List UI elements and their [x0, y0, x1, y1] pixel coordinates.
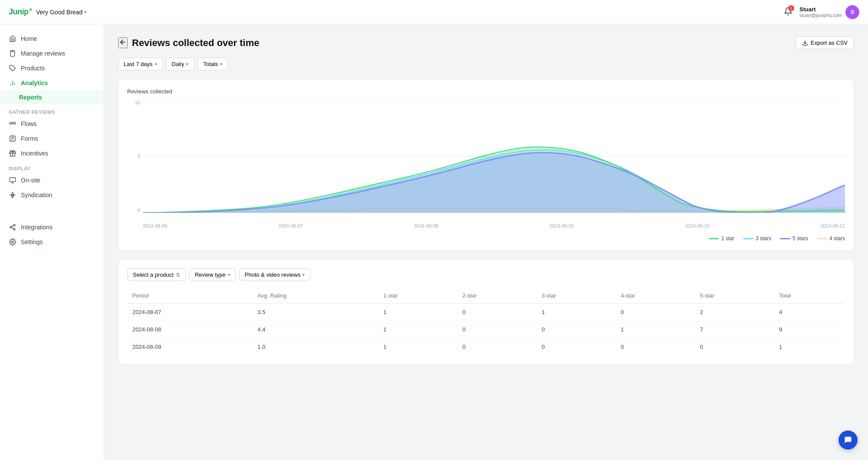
- media-type-chevron-icon: ▾: [302, 272, 305, 277]
- export-csv-label: Export as CSV: [811, 40, 848, 46]
- cell-4star: 0: [615, 338, 694, 356]
- table-row: 2024-08-09 1.0 1 0 0 0 0 1: [127, 338, 845, 356]
- sidebar-item-reports[interactable]: Reports: [0, 90, 104, 104]
- table-row: 2024-08-07 3.5 1 0 1 0 2 4: [127, 304, 845, 321]
- x-label-0810: 2024-08-10: [685, 223, 709, 228]
- cell-3star: 0: [536, 321, 615, 338]
- table-body: 2024-08-07 3.5 1 0 1 0 2 4 2024-08-08 4.…: [127, 304, 845, 356]
- sidebar-item-manage-reviews[interactable]: Manage reviews: [0, 46, 104, 61]
- legend-3stars: 3 stars: [743, 235, 771, 242]
- totals-label: Totals: [203, 61, 218, 67]
- sidebar-item-incentives-label: Incentives: [21, 150, 48, 157]
- cell-1star: 1: [378, 321, 457, 338]
- sidebar-item-incentives[interactable]: Incentives: [0, 146, 104, 161]
- legend-1star-label: 1 star: [721, 235, 734, 242]
- cell-avg-rating: 1.0: [252, 338, 378, 356]
- cell-total: 9: [774, 321, 845, 338]
- svg-line-20: [12, 225, 14, 227]
- chart-container: 10 5 0: [127, 100, 845, 230]
- clipboard-icon: [9, 50, 16, 57]
- filter-row: Last 7 days ▾ Daily ▾ Totals ▾: [118, 58, 854, 70]
- sidebar-item-forms[interactable]: Forms: [0, 131, 104, 146]
- y-label-5: 5: [127, 154, 140, 159]
- legend-5stars-dot: [780, 238, 790, 239]
- cell-5star: 0: [695, 338, 774, 356]
- syndication-icon: [9, 191, 16, 199]
- date-range-chevron-icon: ▾: [155, 62, 157, 66]
- notification-bell[interactable]: 1: [784, 7, 792, 17]
- home-icon: [9, 35, 16, 43]
- user-avatar[interactable]: S: [845, 5, 859, 19]
- frequency-filter[interactable]: Daily ▾: [166, 58, 194, 70]
- sidebar-item-home-label: Home: [21, 35, 37, 42]
- chart-x-axis: 2024-08-06 2024-08-07 2024-08-08 2024-08…: [143, 213, 845, 230]
- col-avg-rating: Avg. Rating: [252, 288, 378, 304]
- cell-period: 2024-08-08: [127, 321, 252, 338]
- x-label-0809: 2024-08-09: [549, 223, 574, 228]
- cell-3star: 1: [536, 304, 615, 321]
- sidebar-item-analytics[interactable]: Analytics: [0, 76, 104, 90]
- col-total: Total: [774, 288, 845, 304]
- reviews-table: Period Avg. Rating 1-star 2-star 3-star …: [127, 288, 845, 355]
- sidebar-item-products[interactable]: Products: [0, 61, 104, 76]
- totals-chevron-icon: ▾: [220, 62, 222, 66]
- page-title-row: Reviews collected over time: [118, 37, 259, 49]
- chart-svg: [143, 100, 845, 213]
- 5stars-area: [143, 152, 845, 213]
- flows-icon: [9, 120, 16, 128]
- brand-selector[interactable]: Very Good Bread ▾: [36, 9, 86, 16]
- sidebar-item-flows-label: Flows: [21, 120, 37, 127]
- logo: Junip✳: [9, 7, 32, 17]
- review-type-filter[interactable]: Review type ▾: [189, 268, 236, 281]
- svg-line-19: [12, 228, 14, 229]
- sidebar-item-home[interactable]: Home: [0, 31, 104, 46]
- svg-point-17: [10, 226, 12, 228]
- cell-2star: 0: [457, 338, 536, 356]
- sidebar-item-integrations[interactable]: Integrations: [0, 220, 104, 235]
- cell-4star: 1: [615, 321, 694, 338]
- chart-card: Reviews collected 10 5 0: [118, 79, 854, 251]
- col-1star: 1-star: [378, 288, 457, 304]
- cell-5star: 7: [695, 321, 774, 338]
- svg-rect-5: [10, 122, 12, 124]
- bar-chart-icon: [9, 79, 16, 87]
- media-type-label: Photo & video reviews: [245, 271, 301, 278]
- cell-avg-rating: 3.5: [252, 304, 378, 321]
- frequency-label: Daily: [172, 61, 184, 67]
- export-csv-button[interactable]: Export as CSV: [796, 36, 854, 49]
- col-5star: 5-star: [695, 288, 774, 304]
- user-name: Stuart: [799, 6, 842, 13]
- x-label-0806: 2024-08-06: [143, 223, 167, 228]
- media-type-filter[interactable]: Photo & video reviews ▾: [239, 268, 311, 281]
- display-section-label: Display: [0, 161, 104, 173]
- frequency-chevron-icon: ▾: [186, 62, 188, 66]
- back-button[interactable]: [118, 37, 128, 48]
- sidebar-item-syndication[interactable]: Syndication: [0, 188, 104, 202]
- sidebar-item-products-label: Products: [21, 65, 45, 72]
- tag-icon: [9, 64, 16, 72]
- sidebar-item-analytics-label: Analytics: [21, 79, 48, 86]
- chat-button[interactable]: [838, 430, 858, 450]
- chart-svg-area: [143, 100, 845, 213]
- product-selector[interactable]: Select a product ⇅: [127, 268, 186, 281]
- legend-4stars: 4 stars: [817, 235, 845, 242]
- table-header-row: Period Avg. Rating 1-star 2-star 3-star …: [127, 288, 845, 304]
- sidebar-item-syndication-label: Syndication: [21, 192, 52, 199]
- table-card: Select a product ⇅ Review type ▾ Photo &…: [118, 259, 854, 364]
- table-row: 2024-08-08 4.4 1 0 0 1 7 9: [127, 321, 845, 338]
- sidebar-item-reports-label: Reports: [19, 94, 42, 101]
- sidebar-item-on-site[interactable]: On-site: [0, 173, 104, 188]
- date-range-filter[interactable]: Last 7 days ▾: [118, 58, 163, 70]
- totals-filter[interactable]: Totals ▾: [197, 58, 228, 70]
- sidebar-item-flows[interactable]: Flows: [0, 116, 104, 131]
- cell-total: 1: [774, 338, 845, 356]
- cell-4star: 0: [615, 304, 694, 321]
- col-period: Period: [127, 288, 252, 304]
- cell-1star: 1: [378, 304, 457, 321]
- gather-section-label: Gather reviews: [0, 104, 104, 116]
- table-filters: Select a product ⇅ Review type ▾ Photo &…: [127, 268, 845, 281]
- sidebar-item-settings[interactable]: Settings: [0, 235, 104, 249]
- main-content: Reviews collected over time Export as CS…: [104, 24, 868, 460]
- sidebar-item-on-site-label: On-site: [21, 177, 40, 184]
- cell-1star: 1: [378, 338, 457, 356]
